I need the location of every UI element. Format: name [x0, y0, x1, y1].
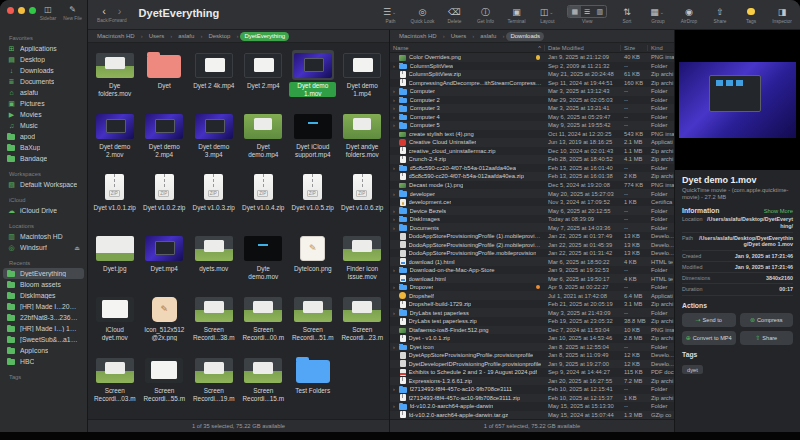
- file-row[interactable]: Crunch-2.4.zipFeb 28, 2025 at 18:40:524.…: [390, 155, 674, 164]
- file-item[interactable]: Dyet.jpg: [90, 229, 140, 290]
- file-item[interactable]: Dyet demo 2.mov: [90, 107, 140, 168]
- column-header-name[interactable]: Name ^: [390, 45, 545, 51]
- file-row[interactable]: Dropshelf-build-1729.zipFeb 21, 2025 at …: [390, 300, 674, 309]
- sidebar-item-dyeteverything[interactable]: DyetEverything: [3, 268, 84, 279]
- toolbar-button-delete[interactable]: ⌫Delete: [443, 6, 465, 24]
- file-row[interactable]: DyetDeveloperIDProvisioningProfile.provi…: [390, 360, 674, 369]
- file-row[interactable]: Creative Cloud UninstallerJun 13, 2019 a…: [390, 138, 674, 147]
- file-row[interactable]: Exhibits to Schedule 2 and 3 - 19 August…: [390, 368, 674, 377]
- file-row[interactable]: DodoAppStoreProvisioningProfile (1).mobi…: [390, 232, 674, 241]
- toolbar-button-group[interactable]: ▦⌄Group: [647, 6, 669, 24]
- file-item[interactable]: ✎DyteIcon.png: [288, 229, 338, 290]
- toolbar-button-new-file[interactable]: ✎New File: [63, 5, 82, 28]
- file-row[interactable]: ›DropoverApr 9, 2025 at 00:22:27--Folder: [390, 283, 674, 292]
- sidebar-item-applications[interactable]: ⊞Applications: [3, 43, 84, 54]
- breadcrumb-aslafu[interactable]: aslafu: [174, 32, 198, 41]
- file-item[interactable]: Screen Recordi...19.mov: [189, 351, 239, 412]
- sidebar-item--hr-made-i-1080p-copy[interactable]: [HR] Made I...) 1080p copy: [3, 323, 84, 334]
- file-row[interactable]: DryLabs test paperless.zipFeb 19, 2025 a…: [390, 317, 674, 326]
- file-item[interactable]: ✎Icon_512x512@2x.png: [140, 290, 190, 351]
- sidebar-item-icloud-drive[interactable]: ☁iCloud Drive: [3, 205, 84, 216]
- sidebar-item-aslafu[interactable]: ⌂aslafu: [3, 87, 84, 98]
- file-row[interactable]: ›DiskImagesToday at 08:39:09--Folder: [390, 215, 674, 224]
- file-row[interactable]: download (1).htmlMar 6, 2025 at 18:50:22…: [390, 257, 674, 266]
- toolbar-button-layout[interactable]: ◫⌄Layout: [536, 6, 558, 24]
- sidebar-item-macintosh-hd[interactable]: ▥Macintosh HD: [3, 231, 84, 242]
- file-item[interactable]: Screen Recordi...03.mov: [90, 351, 140, 412]
- breadcrumb-dyeteverything[interactable]: DyetEverything: [240, 32, 289, 41]
- file-item[interactable]: Screen Recordi...38.mov: [189, 290, 239, 351]
- close-window-button[interactable]: [7, 7, 14, 14]
- file-row[interactable]: ›Computer 4May 6, 2025 at 05:29:47--Fold…: [390, 113, 674, 122]
- sidebar-item-appicons[interactable]: AppIcons: [3, 345, 84, 356]
- file-item[interactable]: Screen Recordi...23.mov: [338, 290, 388, 351]
- file-item[interactable]: Dyet v1.0.6.zip: [338, 168, 388, 229]
- share-button[interactable]: ⇧Share: [740, 331, 794, 345]
- file-row[interactable]: development.cerNov 3, 2024 at 17:09:521 …: [390, 198, 674, 207]
- file-row[interactable]: ColumnSplitView.zipMay 21, 2025 at 20:24…: [390, 70, 674, 79]
- send-to-button[interactable]: ⇢Send to: [682, 313, 736, 327]
- file-row[interactable]: Dyet - v1.0.1.zipJan 10, 2025 at 14:53:4…: [390, 334, 674, 343]
- sidebar-item-windsurf[interactable]: ◎Windsurf⏏: [3, 242, 84, 253]
- breadcrumb-downloads[interactable]: Downloads: [506, 32, 544, 41]
- breadcrumb-users[interactable]: Users: [145, 32, 169, 41]
- file-row[interactable]: d5c8c590-cc20-4f07-b54a-012aafda40ea.zip…: [390, 172, 674, 181]
- file-item[interactable]: Screen Recordi...15.mov: [239, 351, 289, 412]
- column-header-size[interactable]: Size: [621, 45, 648, 51]
- breadcrumb-macintosh-hd[interactable]: Macintosh HD: [395, 32, 441, 41]
- file-item[interactable]: Dyet v1.0.5.zip: [288, 168, 338, 229]
- file-item[interactable]: Dyet demo 3.mp4: [189, 107, 239, 168]
- file-row[interactable]: ›DocumentsMay 7, 2025 at 14:03:36--Folde…: [390, 223, 674, 232]
- file-row[interactable]: ›Computer 2Mar 29, 2025 at 02:05:03--Fol…: [390, 96, 674, 105]
- back-button[interactable]: ‹: [102, 6, 106, 17]
- sidebar-item-default-workspace[interactable]: ▧Default Workspace: [3, 179, 84, 190]
- file-item[interactable]: Test Folders: [288, 351, 338, 412]
- toolbar-button-sort[interactable]: ⇅Sort: [616, 6, 638, 24]
- toolbar-button-get-info[interactable]: ⓘGet Info: [474, 6, 496, 24]
- toolbar-button-tags[interactable]: Tags: [740, 6, 762, 24]
- breadcrumb-desktop[interactable]: Desktop: [204, 32, 234, 41]
- file-row[interactable]: ›d5c8c590-cc20-4f07-b54a-012aafda40eaFeb…: [390, 164, 674, 173]
- file-row[interactable]: ›developerMay 20, 2025 at 15:27:03--Fold…: [390, 189, 674, 198]
- file-row[interactable]: ›Computer 5May 9, 2025 at 19:55:42--Fold…: [390, 121, 674, 130]
- file-row[interactable]: CompressingAndDecompre...ithStreamCompre…: [390, 79, 674, 88]
- file-row[interactable]: ›Computer 3Mar 3, 2025 at 13:21:41--Fold…: [390, 104, 674, 113]
- file-row[interactable]: DodoAppStoreProvisioningProfile.mobilepr…: [390, 249, 674, 258]
- grid-view-icon[interactable]: ▦: [568, 6, 581, 17]
- file-row[interactable]: Decast mode (1).pngDec 5, 2024 at 19:20:…: [390, 181, 674, 190]
- file-item[interactable]: Dyet demo 1.mov: [288, 46, 338, 107]
- sidebar-item-documents[interactable]: ≣Documents: [3, 76, 84, 87]
- file-item[interactable]: Dyet v1.0.4.zip: [239, 168, 289, 229]
- sidebar-item-desktop[interactable]: ▤Desktop: [3, 54, 84, 65]
- sidebar-item--hr-made-i-2022-1080p[interactable]: [HR] Made I...2022) 1080p: [3, 301, 84, 312]
- file-item[interactable]: Dyte demo.mov: [239, 229, 289, 290]
- toolbar-button-inspector[interactable]: ◨Inspector: [771, 6, 793, 24]
- column-header-kind[interactable]: Kind: [648, 45, 674, 51]
- zoom-window-button[interactable]: [29, 7, 36, 14]
- file-item[interactable]: Dyet demo.mp4: [239, 107, 289, 168]
- file-row[interactable]: ›DryLabs test paperlessMay 3, 2025 at 21…: [390, 308, 674, 317]
- toolbar-button-share[interactable]: ⇧Share: [709, 6, 731, 24]
- file-item[interactable]: Dyet iCloud support.mp4: [288, 107, 338, 168]
- file-row[interactable]: fd-v10.2.0-aarch64-apple-darwin.tar.gzMa…: [390, 411, 674, 419]
- file-row[interactable]: Color Overrides.pngJan 9, 2025 at 21:12:…: [390, 53, 674, 62]
- toolbar-button-quick-look[interactable]: ◎Quick Look: [410, 6, 434, 24]
- file-item[interactable]: Dyet demo 1.mp4: [338, 46, 388, 107]
- file-row[interactable]: f2713493-f8f4-457c-ac10-9fb708ce3111.zip…: [390, 394, 674, 403]
- preview-thumbnail[interactable]: [675, 30, 800, 170]
- sidebar-item-bandage[interactable]: Bandage: [3, 153, 84, 164]
- file-item[interactable]: Dyet demo 2.mp4: [140, 107, 190, 168]
- file-item[interactable]: Dyet andye folders.mov: [338, 107, 388, 168]
- eject-icon[interactable]: ⏏: [74, 244, 80, 251]
- file-row[interactable]: ›Device BezelsMay 6, 2025 at 20:12:55--F…: [390, 206, 674, 215]
- tag-chip[interactable]: dyet: [682, 365, 703, 374]
- list-view-icon[interactable]: ☰: [581, 6, 593, 17]
- breadcrumb-users[interactable]: Users: [447, 32, 471, 41]
- sidebar-item-apod[interactable]: apod: [3, 131, 84, 142]
- sidebar-item--sweetsub-a10p-1080p-[interactable]: [SweetSub&...a10p_1080p]: [3, 334, 84, 345]
- column-view-icon[interactable]: ▥: [593, 6, 606, 17]
- file-row[interactable]: ›f2713493-f8f4-457c-ac10-9fb708ce3111Feb…: [390, 385, 674, 394]
- file-row[interactable]: ›ColumnSplitViewSep 2, 2009 at 11:21:32-…: [390, 62, 674, 71]
- file-item[interactable]: Dyet 2 4k.mp4: [189, 46, 239, 107]
- file-row[interactable]: ›fd-v10.2.0-aarch64-apple-darwinMay 15, …: [390, 402, 674, 411]
